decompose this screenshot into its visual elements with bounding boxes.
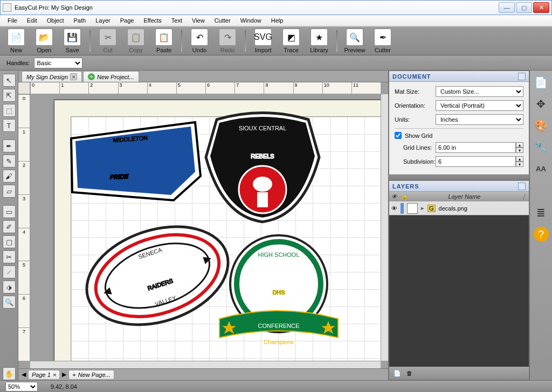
document-panel: DOCUMENT Mat Size:Custom Size... Orienta… [389,71,529,175]
panel-collapse-icon[interactable] [518,183,526,190]
minimize-button[interactable]: — [499,2,515,13]
decal-pride[interactable]: MIDDLETON PRIDE [66,111,206,208]
canvas[interactable]: MIDDLETON PRIDE SIOUX CENTRAL R [30,94,381,361]
toolbar-new[interactable]: 📄New [4,29,28,53]
text-tool[interactable]: T [3,119,16,132]
spin-down-icon[interactable]: ▼ [516,148,523,153]
spin-down-icon[interactable]: ▼ [516,162,523,167]
menu-edit[interactable]: Edit [23,16,42,25]
handles-select[interactable]: Basic [34,58,82,68]
toolbar-open[interactable]: 📂Open [32,29,56,53]
title-bar: EasyCut Pro: My Sign Design — ▢ ✕ [0,0,552,15]
new-page-tab[interactable]: +New Page... [68,370,114,380]
gridlines-input[interactable] [436,142,516,153]
doc-tab-new[interactable]: + New Project... [83,71,139,82]
toolbar-save[interactable]: 💾Save [60,29,84,53]
spin-up-icon[interactable]: ▲ [516,156,523,162]
redo-icon: ↷ [219,29,236,46]
eyedropper-tool[interactable]: ✐ [3,220,16,233]
page-tab[interactable]: Page 1× [28,370,60,380]
orientation-select[interactable]: Vertical (Portrait) [436,100,523,111]
gradient-tool[interactable]: ▭ [3,205,16,218]
menu-effects[interactable]: Effects [139,16,165,25]
menu-window[interactable]: Window [236,16,266,25]
knife-tool[interactable]: ✂ [3,250,16,263]
close-page-icon[interactable]: × [53,372,56,378]
maximize-button[interactable]: ▢ [516,2,532,13]
close-button[interactable]: ✕ [533,2,549,13]
units-select[interactable]: Inches [436,114,523,125]
menu-layer[interactable]: Layer [91,16,115,25]
visibility-icon[interactable]: 👁 [391,205,397,212]
matsize-select[interactable]: Custom Size... [436,86,523,97]
panel-collapse-icon[interactable] [518,73,526,80]
toolbar-import[interactable]: SVGImport [251,29,275,53]
doc-tab-active[interactable]: My Sign Design × [22,71,82,82]
text-tab-icon[interactable]: AA [534,161,549,176]
toolbar-redo[interactable]: ↷Redo [216,29,239,53]
hand-tool[interactable]: ✋ [3,367,16,380]
artboard: MIDDLETON PRIDE SIOUX CENTRAL R [71,116,381,361]
shape-tool[interactable]: ▢ [3,235,16,248]
document-tab-icon[interactable]: 📄 [534,75,549,90]
toolbar-label: Paste [156,47,171,53]
toolbar-undo[interactable]: ↶Undo [188,29,211,53]
toolbar-library[interactable]: ★Library [307,29,331,53]
showgrid-checkbox[interactable] [395,132,402,139]
help-icon[interactable]: ? [534,227,549,242]
decal-dhs[interactable]: HIGH SCHOOL DHS CONFERENCE Champions [203,230,354,354]
brush-tool[interactable]: 🖌 [3,170,16,183]
close-tab-icon[interactable]: × [70,73,77,80]
library-icon: ★ [310,29,328,46]
menu-path[interactable]: Path [70,16,91,25]
scroll-vertical[interactable] [381,94,388,361]
menu-view[interactable]: View [188,16,209,25]
menu-cutter[interactable]: Cutter [210,16,235,25]
subdivision-input[interactable] [436,156,516,167]
delete-layer-icon[interactable]: 🗑 [406,370,412,376]
lock-icon: 🔒 [401,193,408,200]
toolbar-trace[interactable]: ◩Trace [279,29,303,53]
toolbar-cutter[interactable]: ✒Cutter [371,29,395,53]
chevron-right-icon[interactable]: ▸ [421,205,424,212]
distort-tool[interactable]: ⬗ [3,281,16,293]
pencil-tool[interactable]: ✎ [3,155,16,167]
import-icon: SVG [254,29,272,46]
fill-tab-icon[interactable]: 🎨 [534,118,549,133]
layers-tab-icon[interactable]: ≣ [534,205,549,220]
cutter-icon: ✒ [374,29,391,46]
toolbar-copy[interactable]: 📋Copy [124,29,148,53]
menu-file[interactable]: File [3,16,22,25]
position-tab-icon[interactable]: ✥ [534,96,549,111]
svg-text:REBELS: REBELS [251,153,274,159]
ruler-corner [18,82,30,94]
new-layer-icon[interactable]: 📄 [394,370,401,377]
spin-up-icon[interactable]: ▲ [516,142,523,148]
menu-object[interactable]: Object [43,16,68,25]
zoom-tool[interactable]: 🔍 [3,296,16,309]
menu-help[interactable]: Help [267,16,288,25]
toolbar-paste[interactable]: 📋Paste [152,29,176,53]
pen-tool[interactable]: ✒ [3,139,16,152]
prev-page-icon[interactable]: ◀ [22,371,26,378]
select-tool[interactable]: ↖ [3,74,16,87]
eraser-tool[interactable]: ▱ [3,185,16,198]
toolbar-cut[interactable]: ✂Cut [96,29,120,53]
toolbar-preview[interactable]: 🔍Preview [343,29,367,53]
next-page-icon[interactable]: ▶ [62,371,66,378]
decal-rebels[interactable]: SIOUX CENTRAL REBELS [195,109,330,227]
trace-icon: ◩ [282,29,300,46]
lasso-tool[interactable]: ⬚ [3,104,16,117]
ruler-horizontal: 01234567891011 [30,82,381,94]
zoom-select[interactable]: 50% [5,382,38,391]
scroll-horizontal[interactable] [30,361,381,368]
options-icon[interactable]: ⋮ [521,193,527,200]
layers-empty-area [389,215,529,307]
menu-text[interactable]: Text [167,16,187,25]
layer-row[interactable]: 👁 ▸ G decals.png [389,201,529,215]
add-icon: + [72,372,75,378]
edit-tool[interactable]: ⇱ [3,89,16,102]
menu-page[interactable]: Page [116,16,139,25]
settings-tab-icon[interactable]: 🔧 [534,139,549,155]
ruler-tool[interactable]: ⟋ [3,265,16,278]
